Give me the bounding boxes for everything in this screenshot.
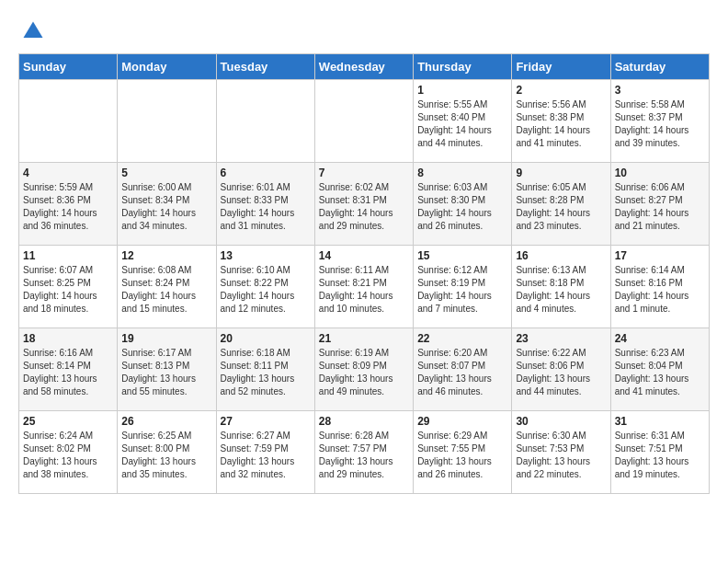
day-number: 11 [23,249,113,262]
calendar-cell: 19Sunrise: 6:17 AM Sunset: 8:13 PM Dayli… [118,328,216,411]
day-number: 1 [417,84,507,97]
calendar-cell [19,80,118,163]
day-number: 4 [23,167,113,179]
calendar-cell [118,80,216,163]
calendar-body: 1Sunrise: 5:55 AM Sunset: 8:40 PM Daylig… [19,80,710,494]
day-info: Sunrise: 6:17 AM Sunset: 8:13 PM Dayligh… [121,347,211,398]
day-info: Sunrise: 6:06 AM Sunset: 8:27 PM Dayligh… [615,181,705,233]
calendar-cell: 18Sunrise: 6:16 AM Sunset: 8:14 PM Dayli… [19,328,118,411]
weekday-header-row: SundayMondayTuesdayWednesdayThursdayFrid… [19,54,710,80]
calendar-week-3: 11Sunrise: 6:07 AM Sunset: 8:25 PM Dayli… [19,246,710,328]
day-info: Sunrise: 6:02 AM Sunset: 8:31 PM Dayligh… [319,181,409,233]
calendar-week-2: 4Sunrise: 5:59 AM Sunset: 8:36 PM Daylig… [19,163,710,246]
day-number: 24 [615,332,705,345]
day-number: 7 [319,167,409,179]
weekday-header-tuesday: Tuesday [216,54,314,80]
day-info: Sunrise: 6:11 AM Sunset: 8:21 PM Dayligh… [319,264,409,316]
calendar-cell: 21Sunrise: 6:19 AM Sunset: 8:09 PM Dayli… [314,328,413,411]
day-info: Sunrise: 6:16 AM Sunset: 8:14 PM Dayligh… [23,347,113,398]
day-info: Sunrise: 6:20 AM Sunset: 8:07 PM Dayligh… [417,347,507,398]
day-info: Sunrise: 6:22 AM Sunset: 8:06 PM Dayligh… [516,347,606,398]
day-info: Sunrise: 6:08 AM Sunset: 8:24 PM Dayligh… [121,264,211,316]
day-info: Sunrise: 6:24 AM Sunset: 8:02 PM Dayligh… [23,430,113,481]
day-number: 5 [121,167,211,179]
day-number: 10 [615,167,705,179]
day-info: Sunrise: 6:13 AM Sunset: 8:18 PM Dayligh… [516,264,606,316]
weekday-header-wednesday: Wednesday [314,54,413,80]
calendar-cell: 12Sunrise: 6:08 AM Sunset: 8:24 PM Dayli… [118,246,216,328]
day-number: 13 [221,249,311,262]
day-number: 31 [615,415,705,428]
weekday-header-sunday: Sunday [19,54,118,80]
calendar-cell: 7Sunrise: 6:02 AM Sunset: 8:31 PM Daylig… [314,163,413,246]
day-number: 3 [615,84,705,97]
calendar-cell: 11Sunrise: 6:07 AM Sunset: 8:25 PM Dayli… [19,246,118,328]
day-number: 25 [23,415,113,428]
calendar-cell: 15Sunrise: 6:12 AM Sunset: 8:19 PM Dayli… [414,246,512,328]
day-number: 23 [516,332,606,345]
day-number: 26 [121,415,211,428]
day-info: Sunrise: 5:59 AM Sunset: 8:36 PM Dayligh… [23,181,113,233]
day-number: 2 [516,84,606,97]
day-info: Sunrise: 6:19 AM Sunset: 8:09 PM Dayligh… [319,347,409,398]
calendar-cell [216,80,314,163]
day-number: 9 [516,167,606,179]
day-number: 22 [417,332,507,345]
calendar-cell: 14Sunrise: 6:11 AM Sunset: 8:21 PM Dayli… [314,246,413,328]
day-number: 8 [417,167,507,179]
weekday-header-saturday: Saturday [610,54,709,80]
day-info: Sunrise: 6:27 AM Sunset: 7:59 PM Dayligh… [221,430,311,481]
calendar-cell: 20Sunrise: 6:18 AM Sunset: 8:11 PM Dayli… [216,328,314,411]
day-info: Sunrise: 5:55 AM Sunset: 8:40 PM Dayligh… [417,98,507,150]
day-number: 30 [516,415,606,428]
weekday-header-thursday: Thursday [414,54,512,80]
day-number: 15 [417,249,507,262]
day-info: Sunrise: 5:56 AM Sunset: 8:38 PM Dayligh… [516,98,606,150]
day-number: 14 [319,249,409,262]
day-info: Sunrise: 6:29 AM Sunset: 7:55 PM Dayligh… [417,430,507,481]
day-number: 12 [121,249,211,262]
day-info: Sunrise: 6:01 AM Sunset: 8:33 PM Dayligh… [221,181,311,233]
calendar-week-5: 25Sunrise: 6:24 AM Sunset: 8:02 PM Dayli… [19,411,710,494]
day-info: Sunrise: 6:31 AM Sunset: 7:51 PM Dayligh… [615,430,705,481]
calendar-week-1: 1Sunrise: 5:55 AM Sunset: 8:40 PM Daylig… [19,80,710,163]
day-number: 27 [221,415,311,428]
logo [18,18,46,44]
calendar-cell: 13Sunrise: 6:10 AM Sunset: 8:22 PM Dayli… [216,246,314,328]
day-number: 18 [23,332,113,345]
weekday-header-monday: Monday [118,54,216,80]
day-info: Sunrise: 6:18 AM Sunset: 8:11 PM Dayligh… [221,347,311,398]
day-number: 6 [221,167,311,179]
calendar-cell: 4Sunrise: 5:59 AM Sunset: 8:36 PM Daylig… [19,163,118,246]
calendar-cell: 26Sunrise: 6:25 AM Sunset: 8:00 PM Dayli… [118,411,216,494]
calendar-cell: 31Sunrise: 6:31 AM Sunset: 7:51 PM Dayli… [610,411,709,494]
calendar-cell: 5Sunrise: 6:00 AM Sunset: 8:34 PM Daylig… [118,163,216,246]
calendar-cell: 1Sunrise: 5:55 AM Sunset: 8:40 PM Daylig… [414,80,512,163]
day-info: Sunrise: 6:14 AM Sunset: 8:16 PM Dayligh… [615,264,705,316]
day-number: 28 [319,415,409,428]
calendar-table: SundayMondayTuesdayWednesdayThursdayFrid… [18,53,710,494]
calendar-cell: 3Sunrise: 5:58 AM Sunset: 8:37 PM Daylig… [610,80,709,163]
calendar-cell [314,80,413,163]
calendar-cell: 27Sunrise: 6:27 AM Sunset: 7:59 PM Dayli… [216,411,314,494]
day-number: 20 [221,332,311,345]
calendar-cell: 9Sunrise: 6:05 AM Sunset: 8:28 PM Daylig… [512,163,610,246]
calendar-cell: 17Sunrise: 6:14 AM Sunset: 8:16 PM Dayli… [610,246,709,328]
calendar-cell: 25Sunrise: 6:24 AM Sunset: 8:02 PM Dayli… [19,411,118,494]
day-number: 16 [516,249,606,262]
day-info: Sunrise: 6:05 AM Sunset: 8:28 PM Dayligh… [516,181,606,233]
day-info: Sunrise: 6:28 AM Sunset: 7:57 PM Dayligh… [319,430,409,481]
day-info: Sunrise: 6:30 AM Sunset: 7:53 PM Dayligh… [516,430,606,481]
day-info: Sunrise: 6:25 AM Sunset: 8:00 PM Dayligh… [121,430,211,481]
calendar-cell: 2Sunrise: 5:56 AM Sunset: 8:38 PM Daylig… [512,80,610,163]
weekday-header-friday: Friday [512,54,610,80]
calendar-cell: 6Sunrise: 6:01 AM Sunset: 8:33 PM Daylig… [216,163,314,246]
day-number: 29 [417,415,507,428]
calendar-cell: 23Sunrise: 6:22 AM Sunset: 8:06 PM Dayli… [512,328,610,411]
day-info: Sunrise: 6:12 AM Sunset: 8:19 PM Dayligh… [417,264,507,316]
day-info: Sunrise: 6:23 AM Sunset: 8:04 PM Dayligh… [615,347,705,398]
calendar-cell: 30Sunrise: 6:30 AM Sunset: 7:53 PM Dayli… [512,411,610,494]
calendar-cell: 16Sunrise: 6:13 AM Sunset: 8:18 PM Dayli… [512,246,610,328]
logo-icon [20,18,46,44]
day-info: Sunrise: 5:58 AM Sunset: 8:37 PM Dayligh… [615,98,705,150]
